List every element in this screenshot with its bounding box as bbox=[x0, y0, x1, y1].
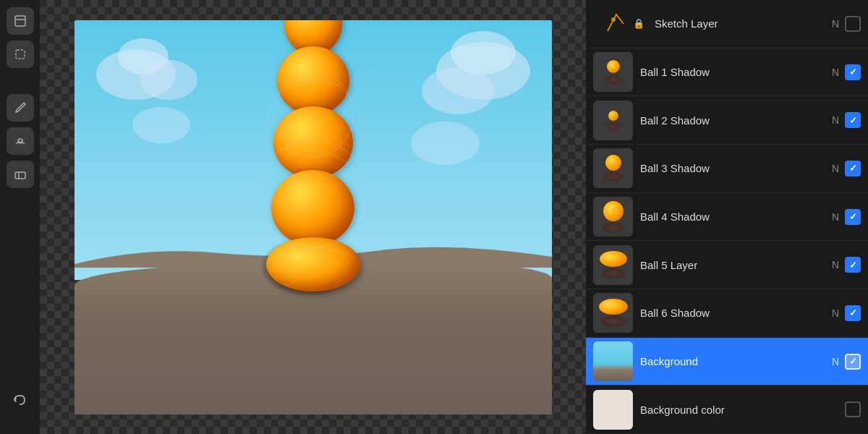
layer-thumbnail-ball-5-layer bbox=[593, 245, 633, 285]
layer-thumbnail-background-color bbox=[593, 390, 633, 430]
layer-thumbnail-ball-1-shadow bbox=[593, 52, 633, 92]
layer-thumbnail-ball-6-shadow bbox=[593, 293, 633, 333]
layer-checkbox-ball-6-shadow[interactable] bbox=[845, 305, 861, 321]
layer-name-background-color: Background color bbox=[640, 404, 832, 416]
ball-5 bbox=[266, 237, 360, 292]
svg-rect-0 bbox=[15, 16, 25, 26]
cloud-3 bbox=[140, 60, 197, 100]
layer-row-background-color[interactable]: Background color bbox=[586, 386, 868, 434]
layer-row-background[interactable]: BackgroundN bbox=[586, 338, 868, 386]
canvas-area[interactable] bbox=[40, 0, 586, 434]
lock-icon-sketch-layer: 🔒 bbox=[633, 18, 644, 29]
svg-rect-4 bbox=[15, 172, 25, 179]
layer-checkbox-ball-2-shadow[interactable] bbox=[845, 112, 861, 128]
smudge-button[interactable] bbox=[7, 127, 34, 155]
brush-button[interactable] bbox=[7, 94, 34, 122]
layer-thumbnail-ball-4-shadow bbox=[593, 197, 633, 237]
svg-rect-9 bbox=[593, 4, 633, 43]
ball-tower bbox=[266, 20, 360, 289]
svg-rect-2 bbox=[16, 50, 25, 59]
layers-panel: 🔒Sketch LayerN Ball 1 ShadowN Ball 2 Sha… bbox=[586, 0, 868, 434]
canvas-wrapper bbox=[75, 20, 552, 414]
eraser-button[interactable] bbox=[7, 161, 34, 188]
ball-3 bbox=[273, 106, 353, 179]
layer-badge-ball-4-shadow: N bbox=[832, 211, 839, 223]
layer-row-ball-3-shadow[interactable]: Ball 3 ShadowN bbox=[586, 145, 868, 193]
ball-4 bbox=[271, 170, 354, 246]
undo-button[interactable] bbox=[7, 386, 34, 414]
layer-badge-ball-5-layer: N bbox=[832, 259, 839, 271]
selection-button[interactable] bbox=[7, 41, 34, 68]
layer-name-sketch-layer: Sketch Layer bbox=[655, 17, 825, 30]
layer-name-ball-4-shadow: Ball 4 Shadow bbox=[640, 210, 825, 223]
layer-name-ball-1-shadow: Ball 1 Shadow bbox=[640, 66, 825, 78]
layer-row-ball-6-shadow[interactable]: Ball 6 ShadowN bbox=[586, 289, 868, 338]
layer-name-ball-3-shadow: Ball 3 Shadow bbox=[640, 162, 825, 174]
svg-point-10 bbox=[611, 17, 616, 22]
layer-name-ball-5-layer: Ball 5 Layer bbox=[640, 259, 825, 271]
layer-row-ball-5-layer[interactable]: Ball 5 LayerN bbox=[586, 241, 868, 289]
cloud-8 bbox=[411, 122, 480, 165]
layer-row-sketch-layer[interactable]: 🔒Sketch LayerN bbox=[586, 0, 868, 48]
layer-checkbox-ball-3-shadow[interactable] bbox=[845, 161, 861, 176]
layer-checkbox-sketch-layer[interactable] bbox=[845, 16, 861, 32]
layer-badge-ball-3-shadow: N bbox=[832, 163, 839, 174]
canvas-image bbox=[75, 20, 552, 414]
layer-thumbnail-background bbox=[593, 341, 633, 381]
layer-badge-background: N bbox=[832, 356, 839, 367]
layer-badge-ball-2-shadow: N bbox=[832, 114, 839, 126]
layer-checkbox-ball-1-shadow[interactable] bbox=[845, 64, 861, 80]
cloud-6 bbox=[422, 67, 494, 114]
layer-badge-ball-6-shadow: N bbox=[832, 307, 839, 319]
layer-checkbox-background-color[interactable] bbox=[845, 401, 861, 417]
layer-badge-ball-1-shadow: N bbox=[832, 67, 839, 78]
layer-name-ball-6-shadow: Ball 6 Shadow bbox=[640, 307, 825, 319]
layer-checkbox-background[interactable] bbox=[845, 354, 861, 370]
layer-name-ball-2-shadow: Ball 2 Shadow bbox=[640, 114, 825, 127]
cloud-7 bbox=[132, 107, 190, 143]
modify-button[interactable] bbox=[7, 7, 34, 35]
left-toolbar bbox=[0, 0, 40, 434]
layer-badge-sketch-layer: N bbox=[832, 18, 839, 30]
layer-thumbnail-sketch-layer bbox=[593, 4, 633, 43]
layer-thumbnail-ball-2-shadow bbox=[593, 101, 633, 140]
layer-name-background: Background bbox=[640, 355, 825, 367]
layer-checkbox-ball-4-shadow[interactable] bbox=[845, 209, 861, 225]
layer-checkbox-ball-5-layer[interactable] bbox=[845, 257, 861, 273]
ball-2 bbox=[277, 46, 349, 115]
layer-row-ball-1-shadow[interactable]: Ball 1 ShadowN bbox=[586, 48, 868, 97]
svg-point-3 bbox=[18, 139, 22, 143]
layer-row-ball-2-shadow[interactable]: Ball 2 ShadowN bbox=[586, 96, 868, 145]
layer-row-ball-4-shadow[interactable]: Ball 4 ShadowN bbox=[586, 193, 868, 242]
layer-thumbnail-ball-3-shadow bbox=[593, 148, 633, 188]
